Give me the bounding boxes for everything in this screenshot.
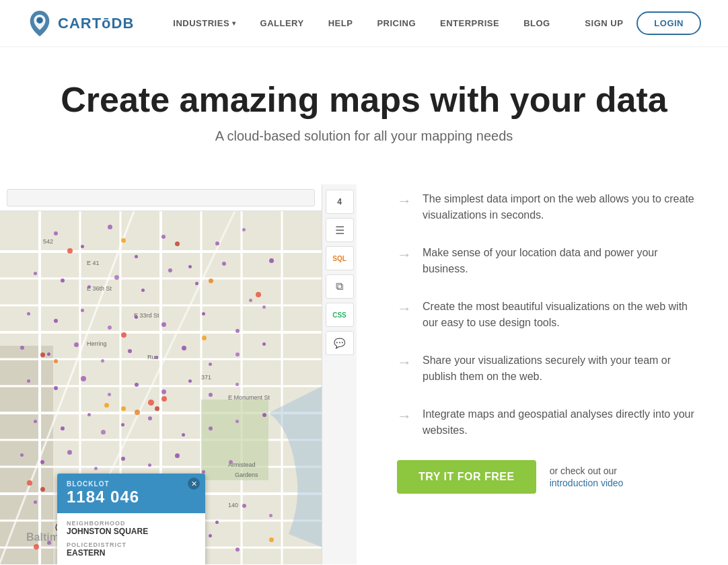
arrow-icon-5: →	[397, 408, 412, 425]
feature-item-5: → Integrate maps and geospatial analyses…	[397, 406, 694, 439]
nav-blog[interactable]: BLOG	[511, 0, 562, 47]
map-toolbar: 4 ☰ SQL ⧉ CSS 💬	[322, 184, 357, 564]
features-panel: → The simplest data import on the web al…	[357, 184, 728, 514]
nav-help[interactable]: HELP	[316, 0, 365, 47]
feature-text-4: Share your visualizations securely with …	[423, 352, 694, 385]
site-header: CARTōDB INDUSTRIES ▾ GALLERY HELP PRICIN…	[0, 0, 728, 47]
feature-text-1: The simplest data import on the web allo…	[423, 191, 694, 223]
or-text: or check out our	[550, 465, 617, 476]
try-it-button[interactable]: TRY IT FOR FREE	[397, 460, 536, 494]
main-content: Baltimore 542 E 41 E 36th St E 33rd St H…	[0, 184, 728, 564]
toolbar-btn-comment[interactable]: 💬	[326, 331, 354, 355]
header-actions: SIGN UP LOGIN	[585, 11, 701, 35]
feature-text-5: Integrate maps and geospatial analyses d…	[423, 406, 694, 439]
popup-district-value: EASTERN	[67, 548, 196, 558]
feature-item-1: → The simplest data import on the web al…	[397, 191, 694, 223]
arrow-icon-1: →	[397, 192, 412, 210]
map-search-bar[interactable]	[7, 189, 315, 206]
feature-text-2: Make sense of your location data and pow…	[423, 245, 694, 277]
arrow-icon-2: →	[397, 246, 412, 264]
hero-subheadline: A cloud-based solution for all your mapp…	[27, 128, 701, 144]
map-frame[interactable]: Baltimore 542 E 41 E 36th St E 33rd St H…	[0, 184, 357, 564]
nav-pricing[interactable]: PRICING	[365, 0, 428, 47]
hero-headline: Create amazing maps with your data	[27, 81, 701, 119]
map-area: Baltimore 542 E 41 E 36th St E 33rd St H…	[0, 184, 357, 564]
toolbar-btn-css[interactable]: CSS	[326, 303, 354, 327]
popup-neighborhood-label: NEIGHBORHOOD	[67, 520, 196, 527]
nav-industries[interactable]: INDUSTRIES ▾	[161, 0, 248, 47]
main-nav: INDUSTRIES ▾ GALLERY HELP PRICING ENTERP…	[161, 0, 585, 47]
nav-gallery[interactable]: GALLERY	[248, 0, 316, 47]
popup-blocklot-value: 1184 046	[67, 488, 196, 506]
logo-text: CARTōDB	[58, 15, 134, 32]
popup-body: NEIGHBORHOOD JOHNSTON SQUARE POLICEDISTR…	[57, 513, 205, 564]
popup-blocklot-label: BLOCKLOT	[67, 480, 196, 488]
hero-section: Create amazing maps with your data A clo…	[0, 47, 728, 184]
arrow-icon-3: →	[397, 300, 412, 317]
popup-close-button[interactable]: ✕	[188, 478, 200, 490]
toolbar-btn-sql[interactable]: SQL	[326, 246, 354, 270]
or-section: or check out our introduction video	[550, 465, 624, 489]
login-button[interactable]: LOGIN	[636, 11, 701, 35]
logo-icon	[27, 9, 52, 38]
feature-item-3: → Create the most beautiful visualizatio…	[397, 299, 694, 331]
popup-header: BLOCKLOT 1184 046 ✕	[57, 474, 205, 513]
introduction-video-link[interactable]: introduction video	[550, 478, 624, 488]
toolbar-btn-menu[interactable]: ☰	[326, 218, 354, 242]
arrow-icon-4: →	[397, 354, 412, 371]
map-popup: BLOCKLOT 1184 046 ✕ NEIGHBORHOOD JOHNSTO…	[57, 474, 205, 564]
feature-item-2: → Make sense of your location data and p…	[397, 245, 694, 277]
feature-item-4: → Share your visualizations securely wit…	[397, 352, 694, 385]
svg-point-0	[36, 17, 43, 24]
toolbar-btn-layers[interactable]: ⧉	[326, 274, 354, 299]
popup-district-label: POLICEDISTRICT	[67, 541, 196, 548]
popup-neighborhood-value: JOHNSTON SQUARE	[67, 527, 196, 536]
toolbar-btn-4[interactable]: 4	[326, 190, 354, 214]
feature-text-3: Create the most beautiful visualizations…	[423, 299, 694, 331]
map-topbar	[0, 184, 322, 211]
signup-button[interactable]: SIGN UP	[585, 18, 623, 28]
logo[interactable]: CARTōDB	[27, 9, 134, 38]
chevron-down-icon: ▾	[232, 20, 236, 27]
cta-area: TRY IT FOR FREE or check out our introdu…	[397, 460, 694, 494]
nav-enterprise[interactable]: ENTERPRISE	[428, 0, 511, 47]
